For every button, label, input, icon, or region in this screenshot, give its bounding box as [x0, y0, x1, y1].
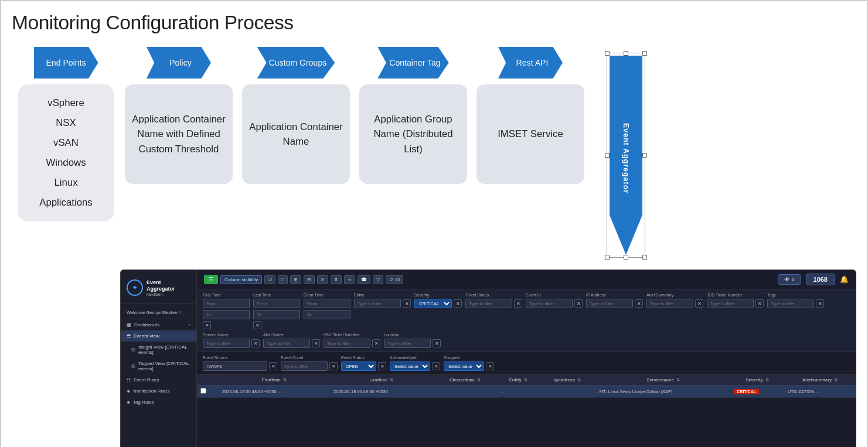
event-aggregator-col: Event Aggregator [600, 47, 652, 258]
event-count-clear[interactable]: ✕ [329, 362, 338, 370]
filter-btn-5[interactable]: ✕ [317, 275, 328, 284]
events-view-icon: ☰ [127, 333, 131, 339]
step-custom-groups: Custom Groups Application Container Name [237, 47, 355, 184]
dashboards-label: Dashboards [134, 322, 159, 327]
severity-clear[interactable]: ✕ [454, 299, 462, 308]
col-clearedtime[interactable]: Clearedtime ⇅ [433, 375, 497, 385]
insight-view-label: Insight View [CRITICAL events] [138, 344, 190, 355]
event-status-select[interactable]: OPEN CLOSED [341, 361, 376, 371]
alert-notes-clear[interactable]: ✕ [312, 339, 320, 347]
col-alertsummary[interactable]: Alertsummary ⇅ [784, 375, 856, 385]
jsd-ticket-clear[interactable]: ✕ [755, 299, 764, 308]
notification-rules-icon: ◈ [127, 388, 130, 394]
entity-input[interactable] [354, 299, 401, 308]
filter-btn-4[interactable]: ⊟ [304, 275, 315, 284]
tags-input[interactable] [767, 299, 814, 308]
location-clear[interactable]: ✕ [433, 339, 441, 347]
row-checkbox[interactable] [197, 385, 219, 398]
ip-address-clear[interactable]: ✕ [635, 299, 643, 308]
event-status-clear[interactable]: ✕ [378, 362, 386, 370]
menu-insight-view[interactable]: ◎ Insight View [CRITICAL events] [121, 342, 196, 358]
event-id-clear[interactable]: ✕ [574, 299, 583, 308]
handle-mr [642, 153, 647, 158]
handle-tm [624, 51, 628, 56]
filter-dropped: Dropped Select value Yes No ✕ [444, 356, 494, 371]
event-count-badge: 1068 [806, 274, 835, 285]
ea-topbar: ☰ Column visibility ☑ □ ⊞ ⊟ ✕ ⬆ ☰ 💬 ▽ ↺ … [197, 270, 856, 289]
ea-filters-2: Event Source ✕ Event Count ✕ Event Statu… [197, 352, 856, 375]
insight-view-icon: ◎ [131, 347, 135, 352]
endpoint-vsphere: vSphere [24, 97, 108, 109]
ea-filters-1: First Time ✕ Last Time [197, 289, 856, 352]
col-entity[interactable]: Entity ⇅ [497, 375, 539, 385]
alert-summary-input[interactable] [646, 299, 693, 308]
ticket-status-clear[interactable]: ✕ [514, 299, 522, 308]
table-row[interactable]: 2020-06-19 00:48:00 +0530 ... 2020-06-19… [197, 385, 856, 398]
hn-ticket-clear[interactable]: ✕ [372, 339, 380, 347]
dropped-select[interactable]: Select value Yes No [444, 361, 484, 371]
filter-btn-1[interactable]: ☑ [264, 275, 275, 284]
first-time-clear[interactable]: ✕ [203, 321, 211, 329]
ea-logo-name: Event Aggregator [147, 279, 190, 292]
filter-btn-6[interactable]: ⬆ [331, 275, 342, 284]
filter-event-count: Event Count ✕ [281, 356, 338, 371]
handle-bm [624, 255, 628, 260]
arrow-policy: Policy [147, 47, 211, 79]
event-count-input[interactable] [281, 361, 328, 371]
acknowledged-clear[interactable]: ✕ [432, 362, 440, 370]
ip-address-input[interactable] [586, 299, 633, 308]
tags-clear[interactable]: ✕ [816, 299, 824, 308]
jsd-ticket-input[interactable] [707, 299, 754, 308]
acknowledged-select[interactable]: Select value Yes No [390, 361, 430, 371]
col-servicename[interactable]: Servicename ⇅ [596, 375, 730, 385]
hn-ticket-input[interactable] [324, 339, 370, 348]
filter-btn-8[interactable]: 💬 [358, 275, 370, 284]
event-source-clear[interactable]: ✕ [269, 362, 277, 370]
filter-ip-address: IP Address ✕ [586, 293, 643, 329]
menu-tagged-view[interactable]: ◎ Tagged View [CRITICAL events] [121, 358, 196, 374]
eye-icon: 👁 [784, 277, 789, 282]
custom-groups-card: Application Container Name [242, 84, 350, 184]
last-time-clear[interactable]: ✕ [253, 321, 261, 329]
table-header-row: Firsttime ⇅ Lasttime ⇅ Clearedtime ⇅ Ent… [197, 375, 856, 385]
row-select-checkbox[interactable] [200, 388, 206, 394]
last-time-from[interactable] [253, 299, 300, 308]
menu-tag-rules[interactable]: ◈ Tag Rules [121, 397, 196, 408]
service-name-clear[interactable]: ✕ [251, 339, 260, 347]
filter-btn-7[interactable]: ☰ [344, 275, 355, 284]
ticket-status-input[interactable] [465, 299, 512, 308]
col-firsttime[interactable]: Firsttime ⇅ [219, 375, 330, 385]
event-source-input[interactable] [203, 361, 267, 371]
filter-alert-summary: Alert Summary ✕ [646, 293, 703, 329]
dashboards-icon: ▦ [127, 322, 131, 327]
event-id-input[interactable] [526, 299, 573, 308]
ea-topbar-left: ☰ Column visibility ☑ □ ⊞ ⊟ ✕ ⬆ ☰ 💬 ▽ ↺ … [204, 275, 403, 284]
hamburger-button[interactable]: ☰ [204, 275, 218, 284]
clear-time-to[interactable] [304, 310, 350, 319]
alert-summary-clear[interactable]: ✕ [695, 299, 703, 308]
severity-select[interactable]: CRITICAL WARNING INFO [414, 299, 452, 308]
col-severity[interactable]: Severity ⇅ [730, 375, 784, 385]
column-visibility-button[interactable]: Column visibility [220, 275, 262, 284]
alert-notes-input[interactable] [263, 339, 310, 348]
last-time-to[interactable] [253, 310, 300, 319]
menu-events-view[interactable]: ☰ Events View [121, 330, 196, 342]
col-ipaddress[interactable]: Ipaddress ⇅ [539, 375, 596, 385]
menu-dashboards[interactable]: ▦ Dashboards ◂ [121, 319, 196, 330]
dropped-clear[interactable]: ✕ [486, 362, 494, 370]
menu-notification-rules[interactable]: ◈ Notification Rules [121, 385, 196, 397]
first-time-to[interactable] [203, 310, 250, 319]
filter-btn-10[interactable]: ↺ 10 [386, 275, 403, 284]
filter-btn-2[interactable]: □ [278, 275, 288, 284]
menu-event-rules[interactable]: ☷ Event Rules [121, 374, 196, 385]
service-name-input[interactable] [203, 339, 250, 348]
endpoints-card: vSphere NSX vSAN Windows Linux Applicati… [18, 84, 114, 221]
filter-btn-9[interactable]: ▽ [373, 275, 383, 284]
location-input[interactable] [384, 339, 431, 348]
filter-btn-3[interactable]: ⊞ [290, 275, 301, 284]
entity-clear[interactable]: ✕ [403, 299, 411, 308]
ea-logo: ✦ Event Aggregator NextGen [121, 275, 196, 304]
clear-time-from[interactable] [304, 299, 350, 308]
first-time-from[interactable] [203, 299, 250, 308]
col-lasttime[interactable]: Lasttime ⇅ [330, 375, 433, 385]
